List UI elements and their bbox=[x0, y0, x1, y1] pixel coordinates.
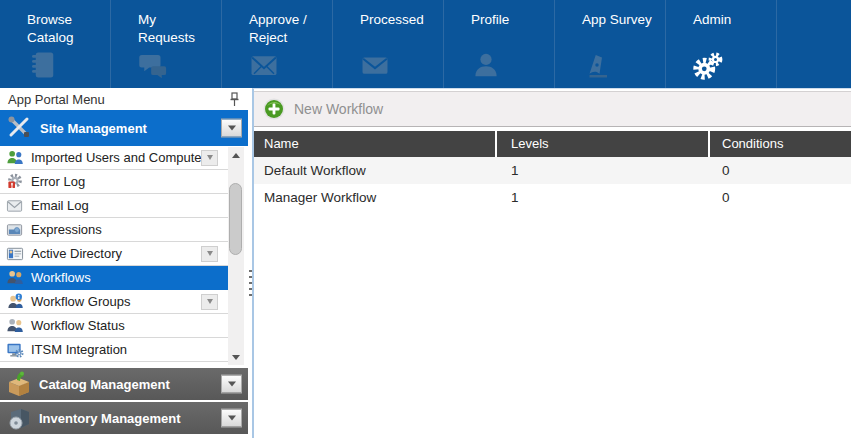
sidebar-header: App Portal Menu bbox=[0, 88, 248, 110]
section-label: Catalog Management bbox=[39, 377, 170, 392]
sidebar-item-imported-users-and-computers[interactable]: Imported Users and Computers bbox=[0, 146, 228, 170]
column-header-levels[interactable]: Levels bbox=[497, 131, 710, 157]
chevron-down-icon bbox=[232, 355, 240, 360]
site-management-menu: Imported Users and Computers bbox=[0, 146, 248, 366]
sidebar-item-error-log[interactable]: Error Log bbox=[0, 170, 228, 194]
scroll-up-button[interactable] bbox=[228, 147, 244, 163]
column-header-conditions[interactable]: Conditions bbox=[710, 131, 851, 157]
imported-users-icon bbox=[5, 149, 25, 166]
nav-label: Approve / Reject bbox=[249, 11, 326, 46]
nav-label: App Survey bbox=[582, 11, 659, 29]
chevron-up-icon bbox=[232, 153, 240, 158]
chat-bubbles-icon bbox=[138, 50, 168, 80]
menu-item-label: Error Log bbox=[31, 174, 85, 189]
nav-item-browse-catalog[interactable]: Browse Catalog bbox=[0, 0, 111, 88]
scroll-down-button[interactable] bbox=[228, 349, 244, 365]
nav-item-processed[interactable]: Processed bbox=[333, 0, 444, 88]
sidebar-item-email-log[interactable]: Email Log bbox=[0, 194, 228, 218]
sidebar-section-catalog-management[interactable]: Catalog Management bbox=[0, 368, 248, 400]
menu-item-label: Active Directory bbox=[31, 246, 122, 261]
workflows-panel: New Workflow Name Levels Conditions Defa… bbox=[252, 88, 851, 438]
app-portal-window: Browse Catalog My Requests Approve / Rej… bbox=[0, 0, 851, 438]
nav-label: Processed bbox=[360, 11, 437, 29]
pin-icon[interactable] bbox=[229, 92, 240, 107]
item-dropdown-button[interactable] bbox=[201, 150, 218, 166]
sidebar: App Portal Menu Site Management bbox=[0, 88, 248, 438]
catalog-box-icon bbox=[4, 370, 34, 398]
table-header-row: Name Levels Conditions bbox=[254, 131, 851, 157]
item-dropdown-button[interactable] bbox=[201, 246, 218, 262]
nav-item-my-requests[interactable]: My Requests bbox=[111, 0, 222, 88]
cell-conditions: 0 bbox=[710, 184, 851, 211]
workflows-people-icon bbox=[5, 269, 25, 286]
expressions-window-icon bbox=[5, 221, 25, 238]
nav-spacer bbox=[777, 0, 851, 88]
section-expand-button[interactable] bbox=[221, 409, 242, 428]
envelope-icon bbox=[360, 50, 390, 80]
gears-icon bbox=[693, 50, 723, 80]
green-plus-icon bbox=[263, 98, 285, 120]
menu-item-label: Imported Users and Computers bbox=[31, 150, 212, 165]
nav-item-profile[interactable]: Profile bbox=[444, 0, 555, 88]
menu-item-label: ITSM Integration bbox=[31, 342, 127, 357]
panel-splitter[interactable] bbox=[248, 88, 252, 438]
nav-label: Browse Catalog bbox=[27, 11, 104, 46]
catalog-book-icon bbox=[27, 50, 57, 80]
sidebar-section-inventory-management[interactable]: Inventory Management bbox=[0, 402, 248, 434]
sidebar-item-itsm-integration[interactable]: ITSM Integration bbox=[0, 338, 228, 362]
menu-item-label: Expressions bbox=[31, 222, 102, 237]
scrollbar-thumb[interactable] bbox=[229, 183, 242, 255]
item-dropdown-button[interactable] bbox=[201, 294, 218, 310]
menu-item-label: Workflow Status bbox=[31, 318, 125, 333]
sidebar-item-expressions[interactable]: Expressions bbox=[0, 218, 228, 242]
cell-name: Default Workflow bbox=[254, 157, 497, 184]
tools-icon bbox=[5, 114, 35, 142]
email-envelope-icon bbox=[5, 197, 25, 214]
nav-label: Admin bbox=[693, 11, 770, 29]
table-row-default-workflow[interactable]: Default Workflow 1 0 bbox=[254, 157, 851, 184]
section-label: Inventory Management bbox=[39, 411, 181, 426]
new-workflow-button[interactable]: New Workflow bbox=[263, 98, 383, 120]
table-row-manager-workflow[interactable]: Manager Workflow 1 0 bbox=[254, 184, 851, 211]
cell-levels: 1 bbox=[497, 157, 710, 184]
top-navigation: Browse Catalog My Requests Approve / Rej… bbox=[0, 0, 851, 88]
workflows-table: Name Levels Conditions Default Workflow … bbox=[254, 131, 851, 211]
menu-item-label: Workflows bbox=[31, 270, 91, 285]
sidebar-item-workflow-status[interactable]: Workflow Status bbox=[0, 314, 228, 338]
content-area: App Portal Menu Site Management bbox=[0, 88, 851, 438]
sidebar-section-site-management[interactable]: Site Management bbox=[0, 110, 248, 146]
cell-levels: 1 bbox=[497, 184, 710, 211]
sidebar-item-active-directory[interactable]: Active Directory bbox=[0, 242, 228, 266]
nav-item-approve-reject[interactable]: Approve / Reject bbox=[222, 0, 333, 88]
new-workflow-label: New Workflow bbox=[294, 101, 383, 117]
chevron-down-icon bbox=[207, 299, 213, 304]
cell-conditions: 0 bbox=[710, 157, 851, 184]
chevron-down-icon bbox=[228, 382, 236, 387]
sidebar-item-workflows[interactable]: Workflows bbox=[0, 266, 228, 290]
chevron-down-icon bbox=[207, 155, 213, 160]
sidebar-item-workflow-groups[interactable]: Workflow Groups bbox=[0, 290, 228, 314]
nav-label: My Requests bbox=[138, 11, 215, 46]
approve-envelope-icon bbox=[249, 50, 279, 80]
column-header-name[interactable]: Name bbox=[254, 131, 497, 157]
menu-item-label: Workflow Groups bbox=[31, 294, 130, 309]
menu-list: Imported Users and Computers bbox=[0, 146, 228, 362]
pen-nib-icon bbox=[582, 50, 612, 80]
directory-card-icon bbox=[5, 245, 25, 262]
nav-item-admin[interactable]: Admin bbox=[666, 0, 777, 88]
chevron-down-icon bbox=[228, 416, 236, 421]
inventory-disc-icon bbox=[4, 404, 34, 432]
workflow-groups-icon bbox=[5, 293, 25, 310]
section-collapse-button[interactable] bbox=[221, 119, 242, 138]
error-gear-icon bbox=[5, 173, 25, 190]
chevron-down-icon bbox=[228, 126, 236, 131]
nav-item-app-survey[interactable]: App Survey bbox=[555, 0, 666, 88]
menu-item-label: Email Log bbox=[31, 198, 89, 213]
cell-name: Manager Workflow bbox=[254, 184, 497, 211]
section-expand-button[interactable] bbox=[221, 375, 242, 394]
nav-label: Profile bbox=[471, 11, 548, 29]
section-label: Site Management bbox=[40, 121, 147, 136]
sidebar-scrollbar[interactable] bbox=[228, 147, 244, 365]
sidebar-title: App Portal Menu bbox=[8, 92, 105, 107]
splitter-grip-icon bbox=[249, 270, 252, 298]
